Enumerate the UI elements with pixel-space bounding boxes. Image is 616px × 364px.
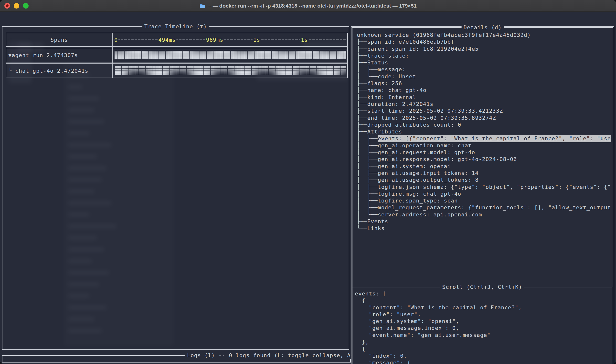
span-label: └ chat gpt-4o 2.472041s [6, 68, 88, 74]
table-divider [6, 62, 347, 64]
tree-line[interactable]: └──Links [357, 225, 611, 232]
spans-table: Spans 0 494ms 989ms 1s 1s ▼agent run 2.4… [6, 33, 348, 78]
trace-timeline-panel[interactable]: Trace Timeline (t) Spans 0 494ms 989ms 1… [2, 26, 349, 350]
tree-branch-glyph: ├── [357, 94, 367, 101]
json-line: "message": { [355, 359, 610, 364]
tree-branch-glyph: ├── [357, 52, 367, 59]
tree-line-text: message: [378, 66, 405, 73]
zoom-button[interactable] [23, 3, 28, 9]
tree-line[interactable]: │ ├──logfire.span_type: span [357, 197, 611, 204]
tree-branch-glyph: ├── [357, 121, 367, 128]
tree-line[interactable]: │ └──server.address: api.openai.com [357, 211, 611, 218]
tree-line-text: unknown_service (01968fefb4acec3f9fef17e… [357, 32, 531, 39]
tree-branch-glyph: │ ├── [357, 142, 378, 149]
tree-branch-glyph: │ ├── [357, 66, 378, 73]
tree-line-text: Status [367, 59, 388, 66]
tree-line-text: model_request_parameters: {"function_too… [378, 204, 611, 211]
tree-line-text: end time: 2025-05-02 07:39:35.893274Z [367, 115, 496, 121]
tree-line[interactable]: ├──Attributes [357, 128, 611, 135]
tree-line[interactable]: ├──start time: 2025-05-02 07:39:33.42123… [357, 108, 611, 114]
tree-line-text: gen_ai.operation.name: chat [378, 142, 472, 149]
minimize-button[interactable] [14, 3, 19, 9]
tree-line-text: flags: 256 [367, 80, 402, 87]
tree-line[interactable]: │ ├──logfire.msg: chat gpt-4o [357, 191, 611, 197]
tree-line-text: server.address: api.openai.com [378, 211, 482, 218]
spans-column-header: Spans [51, 37, 68, 43]
tree-line[interactable]: ├──flags: 256 [357, 80, 611, 87]
tree-line[interactable]: │ ├──gen_ai.usage.output_tokens: 8 [357, 177, 611, 183]
json-line: { [355, 345, 610, 352]
tree-line-text: code: Unset [378, 73, 416, 80]
terminal-content: Trace Timeline (t) Spans 0 494ms 989ms 1… [0, 12, 616, 364]
tree-branch-glyph: ├── [357, 59, 367, 66]
tree-branch-glyph: │ ├── [357, 197, 378, 204]
axis-tick-1s-a: 1s [253, 37, 261, 43]
tree-line[interactable]: │ ├──gen_ai.response.model: gpt-4o-2024-… [357, 156, 611, 163]
tree-branch-glyph: │ ├── [357, 191, 378, 197]
span-label: ▼agent run 2.474307s [6, 52, 78, 58]
tree-branch-glyph: ├── [357, 218, 367, 225]
tree-line[interactable]: │ ├──gen_ai.operation.name: chat [357, 142, 611, 149]
tree-line[interactable]: ├──Events [357, 218, 611, 225]
tree-line[interactable]: unknown_service (01968fefb4acec3f9fef17e… [357, 32, 611, 39]
close-button[interactable] [4, 3, 10, 9]
tree-line[interactable]: ├──end time: 2025-05-02 07:39:35.893274Z [357, 115, 611, 121]
tree-line[interactable]: ├──Status [357, 59, 611, 66]
json-line: "gen_ai.system": "openai", [355, 318, 610, 325]
tree-line[interactable]: │ ├──gen_ai.system: openai [357, 163, 611, 170]
json-line: }, [355, 339, 610, 345]
tree-line-selected[interactable]: │ ├──events: [{"content": "What is the c… [357, 135, 611, 142]
tree-line[interactable]: ├──span id: e7e10d488eab7bbf [357, 39, 611, 45]
tree-line[interactable]: ├──duration: 2.472041s [357, 101, 611, 108]
tree-line-text: events: [{"content": "What is the capita… [378, 135, 611, 142]
tree-line[interactable]: │ └──code: Unset [357, 73, 611, 80]
logs-panel-title: Logs (l) -- 0 logs found (L: toggle coll… [185, 352, 356, 359]
tree-branch-glyph: └── [357, 225, 367, 232]
axis-line [114, 39, 346, 40]
tree-branch-glyph: ├── [357, 101, 367, 108]
span-details-tree: unknown_service (01968fefb4acec3f9fef17e… [357, 32, 611, 232]
tree-branch-glyph: │ ├── [357, 177, 378, 183]
events-json-view: events: [ { "content": "What is the capi… [355, 290, 610, 364]
tree-branch-glyph: │ ├── [357, 184, 378, 191]
tree-line[interactable]: │ ├──logfire.json_schema: {"type": "obje… [357, 184, 611, 191]
tree-branch-glyph: │ ├── [357, 163, 378, 170]
logs-panel[interactable]: Logs (l) -- 0 logs found (L: toggle coll… [2, 355, 351, 363]
tree-line[interactable]: ├──name: chat gpt-4o [357, 87, 611, 94]
tree-branch-glyph: ├── [357, 87, 367, 94]
tree-branch-glyph: ├── [357, 128, 367, 135]
json-line: "role": "user", [355, 311, 610, 318]
tree-line[interactable]: ├──kind: Internal [357, 94, 611, 101]
tree-line-text: logfire.span_type: span [378, 197, 458, 204]
tree-line-text: name: chat gpt-4o [367, 87, 426, 94]
tree-line[interactable]: │ ├──gen_ai.request.model: gpt-4o [357, 149, 611, 156]
tree-branch-glyph: │ ├── [357, 170, 378, 177]
tree-branch-glyph: │ ├── [357, 135, 378, 142]
tree-line[interactable]: │ ├──gen_ai.usage.input_tokens: 14 [357, 170, 611, 177]
axis-tick-989ms: 989ms [205, 37, 224, 43]
axis-tick-0: 0 [114, 37, 118, 43]
tree-line-text: gen_ai.usage.input_tokens: 14 [378, 170, 479, 177]
tree-branch-glyph: │ └── [357, 211, 378, 218]
tree-line[interactable]: ├──parent span id: 1c8f219204e2f4e5 [357, 46, 611, 52]
tree-line[interactable]: ├──dropped attributes count: 0 [357, 121, 611, 128]
window-title: ~ — docker run --rm -it -p 4318:4318 --n… [208, 3, 417, 9]
tree-line[interactable]: │ ├──message: [357, 66, 611, 73]
tree-line-text: duration: 2.472041s [367, 101, 434, 108]
tree-line[interactable]: │ ├──model_request_parameters: {"functio… [357, 204, 611, 211]
tree-branch-glyph: │ └── [357, 73, 378, 80]
column-divider [112, 33, 113, 78]
span-row-chat-gpt-4o[interactable]: └ chat gpt-4o 2.472041s [6, 64, 347, 78]
tree-branch-glyph: ├── [357, 115, 367, 121]
axis-tick-1s-b: 1s [300, 37, 309, 43]
tree-line-text: logfire.json_schema: {"type": "object", … [378, 184, 611, 191]
span-duration-bar [115, 66, 346, 75]
tree-line[interactable]: ├──trace state: [357, 52, 611, 59]
tree-line-text: Events [367, 218, 388, 225]
tree-branch-glyph: │ ├── [357, 204, 378, 211]
span-duration-bar [114, 51, 346, 60]
scroll-panel[interactable]: Scroll (Ctrl+J, Ctrl+K) events: [ { "con… [352, 287, 612, 364]
span-row-agent-run[interactable]: ▼agent run 2.474307s [6, 48, 347, 62]
tree-branch-glyph: ├── [357, 39, 367, 45]
tree-branch-glyph: ├── [357, 108, 367, 114]
